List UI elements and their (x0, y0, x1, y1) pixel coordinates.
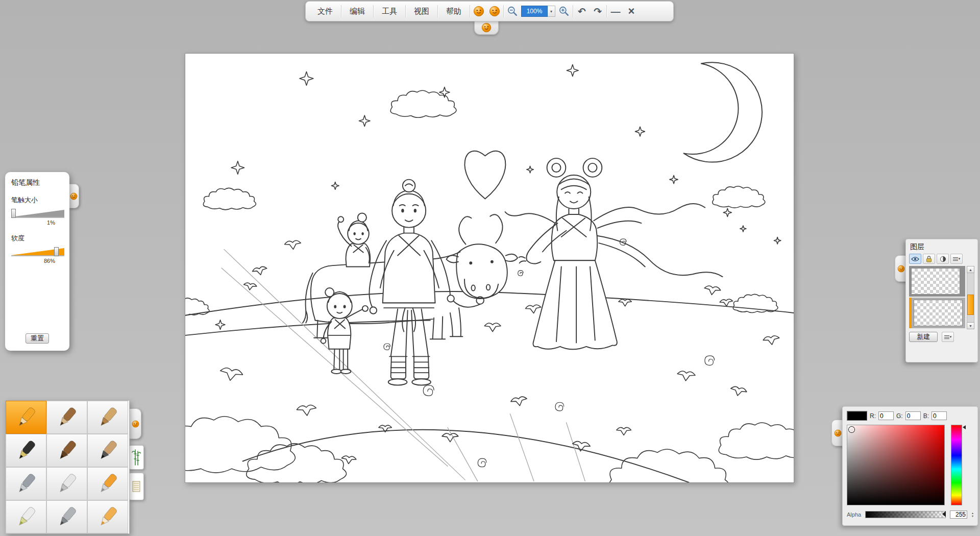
quill-pen-icon (55, 505, 79, 529)
undo-icon: ↶ (578, 7, 586, 16)
brush-size-label: 笔触大小 (11, 196, 63, 205)
bamboo-tool-button[interactable] (129, 445, 144, 470)
tool-palette-handle[interactable] (130, 408, 141, 439)
zoom-out-button[interactable] (505, 4, 520, 19)
scroll-up-button[interactable]: ▲ (967, 266, 974, 273)
redo-button[interactable]: ↷ (591, 4, 605, 19)
chevron-down-icon: ▾ (950, 335, 952, 339)
color-panel: R: G: B: Alpha ▴ ▾ (842, 406, 978, 526)
tool-airbrush[interactable] (6, 467, 46, 500)
tool-ink-brush[interactable] (87, 434, 128, 467)
minimize-icon: — (611, 7, 621, 16)
alpha-input[interactable] (950, 510, 967, 519)
layer-row-2[interactable] (909, 298, 965, 328)
artwork-weaver-girl (505, 158, 723, 349)
close-button[interactable]: × (624, 4, 639, 19)
tool-crayon[interactable] (87, 500, 128, 533)
top-toolbar: 文件 编辑 工具 视图 帮助 ▾ ↶ ↷ — (305, 1, 674, 21)
artwork-moon (684, 62, 762, 162)
artwork-child-standing (321, 288, 368, 374)
menu-edit[interactable]: 编辑 (343, 2, 372, 21)
alpha-spinner[interactable]: ▴ ▾ (972, 511, 973, 518)
mascot-ball-icon (132, 420, 139, 428)
mascot-ball-icon (473, 6, 484, 17)
menu-view[interactable]: 视图 (407, 2, 436, 21)
paper-texture-button[interactable] (129, 473, 144, 500)
tool-palette-knife[interactable] (46, 467, 87, 500)
hue-marker[interactable] (963, 425, 966, 429)
brush-size-track (11, 210, 64, 217)
mascot-button-2[interactable] (487, 4, 502, 19)
blue-input[interactable] (932, 411, 947, 420)
layer-options-button[interactable]: ▾ (950, 254, 963, 264)
layers-menu-button[interactable]: ▾ (942, 332, 954, 342)
zoom-level-input[interactable] (521, 6, 548, 17)
softness-slider[interactable] (11, 247, 64, 256)
new-layer-button[interactable]: 新建 (909, 332, 938, 342)
saturation-value-field[interactable] (847, 425, 945, 505)
toolbar-separator (437, 5, 438, 17)
mascot-ball-icon (834, 429, 842, 437)
close-icon: × (628, 6, 635, 17)
drawing-canvas[interactable] (185, 53, 794, 483)
tool-paint-roller[interactable] (87, 467, 128, 500)
current-color-swatch[interactable] (847, 411, 867, 421)
red-input[interactable] (878, 411, 894, 420)
contrast-icon (940, 256, 946, 262)
scroll-down-button[interactable]: ▼ (967, 322, 974, 329)
tool-wood-pen[interactable] (87, 401, 128, 434)
toolbar-separator (470, 5, 470, 17)
alpha-label: Alpha (847, 511, 861, 518)
reset-button[interactable]: 重置 (26, 333, 49, 344)
green-input[interactable] (905, 411, 921, 420)
softness-value: 86% (11, 258, 63, 264)
tool-sketch-pencil[interactable] (46, 401, 87, 434)
pencil-panel-title: 铅笔属性 (11, 178, 63, 187)
layer-row-1[interactable] (909, 266, 965, 297)
menu-help[interactable]: 帮助 (439, 2, 468, 21)
brush-size-value: 1% (11, 220, 63, 226)
red-label: R: (870, 412, 876, 420)
tool-fountain-pen[interactable] (6, 434, 46, 467)
zoom-dropdown-button[interactable]: ▾ (548, 6, 555, 17)
layers-scrollbar[interactable]: ▲ ▼ (967, 266, 974, 329)
paint-roller-icon (95, 472, 120, 496)
layer-blend-button[interactable] (937, 254, 949, 264)
tool-pencil[interactable] (6, 401, 46, 434)
brush-size-handle[interactable] (11, 209, 16, 218)
alpha-slider[interactable] (865, 511, 946, 518)
artwork-cowherd (369, 180, 454, 385)
toolbar-separator (606, 5, 607, 17)
layer-1-thumbnail (911, 268, 960, 295)
scrollbar-thumb[interactable] (967, 295, 974, 315)
color-picker-cursor[interactable] (849, 427, 854, 432)
color-panel-handle[interactable] (831, 420, 843, 446)
minimize-button[interactable]: — (608, 4, 623, 19)
softness-handle[interactable] (54, 247, 59, 256)
alpha-marker[interactable] (942, 511, 946, 517)
tool-paint-tube[interactable] (6, 500, 46, 533)
zoom-in-button[interactable] (557, 4, 571, 19)
menu-tools[interactable]: 工具 (375, 2, 404, 21)
chevron-down-icon: ▾ (959, 257, 961, 261)
artwork-child-on-ox (338, 213, 370, 267)
mascot-button-1[interactable] (472, 4, 486, 19)
brush-size-slider[interactable] (11, 209, 64, 218)
toolbar-separator (405, 5, 406, 17)
softness-label: 软度 (11, 234, 63, 243)
layer-lock-button[interactable] (923, 254, 935, 264)
hue-slider[interactable] (951, 425, 962, 505)
toolbar-collapse-handle[interactable] (474, 21, 499, 35)
scrollbar-track[interactable] (967, 273, 974, 322)
scroll-down-icon: ▼ (969, 324, 972, 328)
pencil-panel-handle[interactable] (69, 184, 79, 208)
tool-quill-pen[interactable] (46, 500, 87, 533)
menu-file[interactable]: 文件 (311, 2, 339, 21)
tool-paint-brush[interactable] (46, 434, 87, 467)
toolbar-separator (373, 5, 374, 17)
mascot-ball-icon (897, 265, 905, 273)
layer-visibility-button[interactable] (909, 254, 921, 264)
undo-button[interactable]: ↶ (575, 4, 589, 19)
layers-panel-handle[interactable] (895, 255, 906, 282)
mascot-ball-icon (489, 6, 500, 17)
